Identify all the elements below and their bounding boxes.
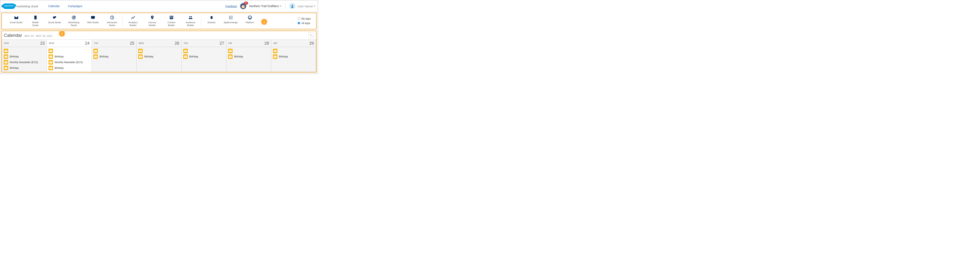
day-of-week: TUE	[94, 42, 98, 44]
callout-2: 2	[59, 30, 65, 37]
interaction-icon	[110, 15, 115, 20]
event-label: Monthly Newsletter (ECS)	[55, 61, 83, 64]
filter-all-apps[interactable]: All Apps	[298, 22, 311, 25]
filter-label: My Apps	[301, 17, 311, 20]
calendar-event[interactable]: Birthday	[183, 54, 225, 59]
event-label: Monthly Newsletter (ECS)	[10, 61, 38, 64]
nav-campaigns[interactable]: Campaigns	[68, 5, 82, 8]
nav-calendar[interactable]: Calendar	[48, 5, 60, 8]
calendar-event[interactable]: Birthday	[272, 54, 315, 59]
app-label: AppExchange	[224, 21, 238, 24]
email-icon	[49, 66, 53, 70]
astro-avatar[interactable]: 42	[240, 3, 247, 9]
app-einstein[interactable]: Einstein	[205, 15, 218, 27]
app-social[interactable]: Social Studio	[48, 15, 61, 27]
email-icon	[14, 15, 19, 20]
calendar-event[interactable]: Birthday	[138, 54, 180, 59]
day-of-week: MON	[49, 42, 54, 44]
calendar-event[interactable]	[48, 48, 90, 54]
calendar-event[interactable]	[272, 48, 315, 54]
filter-label: All Apps	[301, 22, 310, 25]
day-col-fri[interactable]: FRI28Birthday	[226, 40, 271, 72]
calendar-event[interactable]: Birthday	[48, 65, 90, 71]
calendar-date-range: MAY 23 - MAY 29, 2021	[24, 35, 52, 38]
day-header: FRI28	[226, 40, 271, 47]
day-number: 26	[175, 41, 179, 46]
day-header: SUN23	[2, 40, 47, 47]
app-mobile[interactable]: Mobile Studio	[29, 15, 42, 27]
day-of-week: WED	[138, 42, 144, 44]
app-label: Social Studio	[48, 21, 61, 24]
content-icon	[169, 15, 174, 20]
day-col-tue[interactable]: TUE25Birthday	[92, 40, 137, 72]
advertising-icon	[72, 15, 76, 20]
app-label: Einstein	[207, 21, 215, 24]
app-launcher-panel: 1 Email StudioMobile StudioSocial Studio…	[2, 13, 317, 29]
calendar-panel: Calendar MAY 23 - MAY 29, 2021 2 SUN23Bi…	[2, 30, 317, 73]
audience-icon	[188, 15, 193, 20]
event-label: Birthday	[55, 55, 64, 58]
callout-1: 1	[261, 19, 267, 25]
app-appexchange[interactable]: AppExchange	[224, 15, 237, 27]
email-icon	[138, 54, 143, 59]
app-interaction[interactable]: Interaction Studio	[105, 15, 119, 27]
app-filter: My AppsAll Apps	[298, 15, 312, 27]
app-analytics[interactable]: Analytics Builder	[126, 15, 140, 27]
day-header: TUE25	[92, 40, 136, 47]
app-audience[interactable]: Audience Builder	[184, 15, 197, 27]
caret-down-icon	[314, 6, 315, 7]
email-icon	[4, 60, 8, 65]
journey-icon	[150, 15, 155, 20]
app-email[interactable]: Email Studio	[10, 15, 23, 27]
calendar-event[interactable]	[183, 48, 225, 54]
email-icon	[273, 54, 277, 59]
app-journey[interactable]: Journey Builder	[146, 15, 159, 27]
app-label: Platform	[246, 21, 254, 24]
event-label: Birthday	[234, 55, 243, 58]
day-col-thu[interactable]: THU27Birthday	[181, 40, 226, 72]
expand-button[interactable]	[309, 33, 314, 38]
user-name-label: User Name	[298, 5, 313, 8]
app-label: Audience Builder	[184, 21, 197, 27]
calendar-event[interactable]: Birthday	[228, 54, 270, 59]
event-label: Birthday	[10, 66, 19, 69]
email-icon	[228, 54, 232, 59]
calendar-event[interactable]	[228, 48, 270, 54]
org-switcher[interactable]: Northern Trail Outfitters	[249, 5, 282, 8]
calendar-event[interactable]: Birthday	[3, 54, 45, 59]
event-label: Birthday	[10, 55, 19, 58]
app-advertising[interactable]: Advertising Studio	[67, 15, 81, 27]
event-label: Birthday	[279, 55, 288, 58]
org-name: Northern Trail Outfitters	[249, 5, 279, 8]
email-icon	[49, 49, 53, 53]
app-platform[interactable]: Platform	[243, 15, 257, 27]
app-web[interactable]: Web Studio	[86, 15, 100, 27]
calendar-event[interactable]: Birthday	[93, 54, 135, 59]
user-menu[interactable]: User Name	[285, 3, 315, 9]
calendar-event[interactable]	[93, 48, 135, 54]
day-header: THU27	[181, 40, 226, 47]
day-col-wed[interactable]: WED26Birthday	[137, 40, 181, 72]
app-content[interactable]: Content Builder	[165, 15, 178, 27]
calendar-event[interactable]: Monthly Newsletter (ECS)	[3, 60, 45, 65]
calendar-event[interactable]	[3, 48, 45, 54]
calendar-event[interactable]	[138, 48, 180, 54]
email-icon	[138, 49, 143, 53]
day-number: 23	[40, 41, 45, 46]
event-label: Birthday	[144, 55, 153, 58]
calendar-event[interactable]: Monthly Newsletter (ECS)	[48, 60, 90, 65]
day-col-sun[interactable]: SUN23BirthdayMonthly Newsletter (ECS)Bir…	[2, 40, 47, 72]
email-icon	[93, 49, 98, 53]
appexchange-icon	[228, 15, 233, 20]
web-icon	[91, 15, 95, 20]
social-icon	[52, 15, 57, 20]
logo[interactable]: salesforce marketing cloud	[3, 3, 38, 9]
email-icon	[228, 49, 232, 53]
day-col-sat[interactable]: SAT29Birthday	[271, 40, 316, 72]
day-col-mon[interactable]: MON24BirthdayMonthly Newsletter (ECS)Bir…	[47, 40, 92, 72]
platform-icon	[247, 15, 252, 20]
calendar-event[interactable]: Birthday	[3, 65, 45, 71]
calendar-event[interactable]: Birthday	[48, 54, 90, 59]
feedback-link[interactable]: Feedback	[226, 5, 237, 8]
filter-my-apps[interactable]: My Apps	[298, 17, 311, 20]
